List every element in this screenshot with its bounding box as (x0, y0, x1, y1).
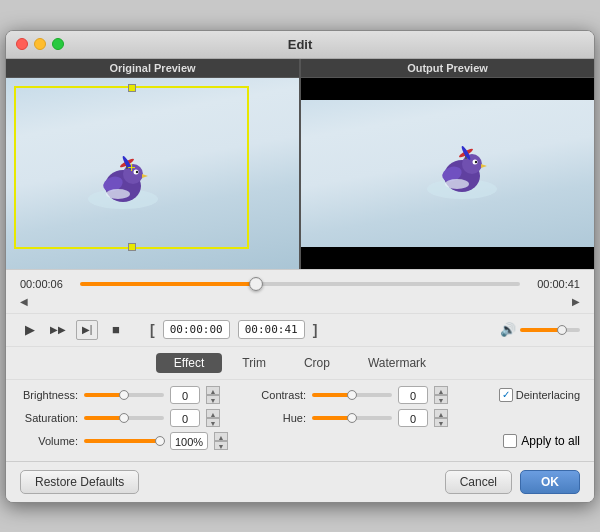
svg-marker-5 (142, 174, 148, 178)
fast-forward-button[interactable]: ▶▶ (48, 320, 68, 340)
hue-stepper[interactable]: ▲ ▼ (434, 409, 448, 427)
edit-window: Edit Original Preview (5, 30, 595, 503)
timeline-thumb[interactable] (249, 277, 263, 291)
contrast-label: Contrast: (248, 389, 306, 401)
minimize-button[interactable] (34, 38, 46, 50)
volume-up[interactable]: ▲ (214, 432, 228, 441)
hue-value[interactable]: 0 (398, 409, 428, 427)
apply-to-all-checkbox[interactable] (503, 434, 517, 448)
tabs-row: Effect Trim Crop Watermark (6, 346, 594, 379)
bird-left (88, 154, 158, 212)
arrow-right-btn[interactable]: ▶ (572, 296, 580, 307)
restore-defaults-button[interactable]: Restore Defaults (20, 470, 139, 494)
saturation-slider[interactable] (84, 416, 164, 420)
black-bar-top (301, 78, 594, 100)
original-preview-panel: Original Preview (6, 59, 299, 269)
bracket-right[interactable]: ] (313, 322, 318, 338)
original-video-frame: + (6, 78, 299, 269)
bottom-bar: Restore Defaults Cancel OK (6, 461, 594, 502)
preview-area: Original Preview (6, 59, 594, 269)
volume-label: Volume: (20, 435, 78, 447)
output-preview-panel: Output Preview (301, 59, 594, 269)
stop-button[interactable]: ■ (106, 320, 126, 340)
tab-effect[interactable]: Effect (156, 353, 222, 373)
black-bar-bottom (301, 247, 594, 269)
play-button[interactable]: ▶ (20, 320, 40, 340)
bird-right (427, 144, 497, 202)
svg-point-15 (475, 161, 477, 163)
volume-adj-slider[interactable] (84, 439, 164, 443)
svg-point-10 (106, 189, 130, 199)
output-preview-content (301, 78, 594, 269)
svg-point-21 (445, 179, 469, 189)
arrow-left-btn[interactable]: ◀ (20, 296, 28, 307)
deinterlacing-checkbox[interactable]: ✓ (499, 388, 513, 402)
svg-point-4 (136, 170, 138, 172)
contrast-slider[interactable] (312, 393, 392, 397)
tab-crop[interactable]: Crop (286, 353, 348, 373)
apply-to-all-container: Apply to all (503, 434, 580, 448)
volume-slider[interactable] (520, 328, 580, 332)
timecode-out[interactable]: 00:00:41 (238, 320, 305, 339)
volume-stepper[interactable]: ▲ ▼ (214, 432, 228, 450)
timeline-area: 00:00:06 00:00:41 ◀ ▶ (6, 269, 594, 313)
contrast-down[interactable]: ▼ (434, 395, 448, 404)
saturation-row: Saturation: 0 ▲ ▼ Hue: 0 ▲ ▼ (20, 409, 580, 427)
contrast-stepper[interactable]: ▲ ▼ (434, 386, 448, 404)
deinterlacing-container: ✓ Deinterlacing (499, 388, 580, 402)
arrow-row: ◀ ▶ (20, 294, 580, 309)
tab-trim[interactable]: Trim (224, 353, 284, 373)
output-video-frame (301, 78, 594, 269)
brightness-up[interactable]: ▲ (206, 386, 220, 395)
window-title: Edit (288, 37, 313, 52)
volume-row: Volume: 100% ▲ ▼ Apply to all (20, 432, 580, 450)
saturation-label: Saturation: (20, 412, 78, 424)
timeline-track[interactable] (80, 282, 520, 286)
brightness-row: Brightness: 0 ▲ ▼ Contrast: 0 ▲ ▼ ✓ (20, 386, 580, 404)
volume-down[interactable]: ▼ (214, 441, 228, 450)
contrast-value[interactable]: 0 (398, 386, 428, 404)
tab-watermark[interactable]: Watermark (350, 353, 444, 373)
hue-down[interactable]: ▼ (434, 418, 448, 427)
brightness-label: Brightness: (20, 389, 78, 401)
volume-area: 🔊 (500, 322, 580, 337)
saturation-down[interactable]: ▼ (206, 418, 220, 427)
original-preview-label: Original Preview (6, 59, 299, 78)
adjustments-area: Brightness: 0 ▲ ▼ Contrast: 0 ▲ ▼ ✓ (6, 379, 594, 461)
hue-slider[interactable] (312, 416, 392, 420)
brightness-value[interactable]: 0 (170, 386, 200, 404)
hue-up[interactable]: ▲ (434, 409, 448, 418)
timecode-in[interactable]: 00:00:00 (163, 320, 230, 339)
hue-label: Hue: (248, 412, 306, 424)
saturation-up[interactable]: ▲ (206, 409, 220, 418)
controls-row: ▶ ▶▶ ▶| ■ [ 00:00:00 00:00:41 ] 🔊 (6, 313, 594, 346)
deinterlacing-label[interactable]: ✓ Deinterlacing (499, 388, 580, 402)
close-button[interactable] (16, 38, 28, 50)
contrast-up[interactable]: ▲ (434, 386, 448, 395)
maximize-button[interactable] (52, 38, 64, 50)
volume-icon: 🔊 (500, 322, 516, 337)
traffic-lights (16, 38, 64, 50)
ok-button[interactable]: OK (520, 470, 580, 494)
original-preview-content: + (6, 78, 299, 269)
volume-value[interactable]: 100% (170, 432, 208, 450)
brightness-stepper[interactable]: ▲ ▼ (206, 386, 220, 404)
brightness-slider[interactable] (84, 393, 164, 397)
svg-marker-16 (481, 164, 487, 168)
output-preview-label: Output Preview (301, 59, 594, 78)
brightness-down[interactable]: ▼ (206, 395, 220, 404)
title-bar: Edit (6, 31, 594, 59)
time-end: 00:00:41 (528, 278, 580, 290)
timeline-row: 00:00:06 00:00:41 (20, 278, 580, 290)
cancel-button[interactable]: Cancel (445, 470, 512, 494)
time-start: 00:00:06 (20, 278, 72, 290)
saturation-value[interactable]: 0 (170, 409, 200, 427)
next-frame-button[interactable]: ▶| (76, 320, 98, 340)
bracket-left[interactable]: [ (150, 322, 155, 338)
apply-to-all-label: Apply to all (521, 434, 580, 448)
saturation-stepper[interactable]: ▲ ▼ (206, 409, 220, 427)
